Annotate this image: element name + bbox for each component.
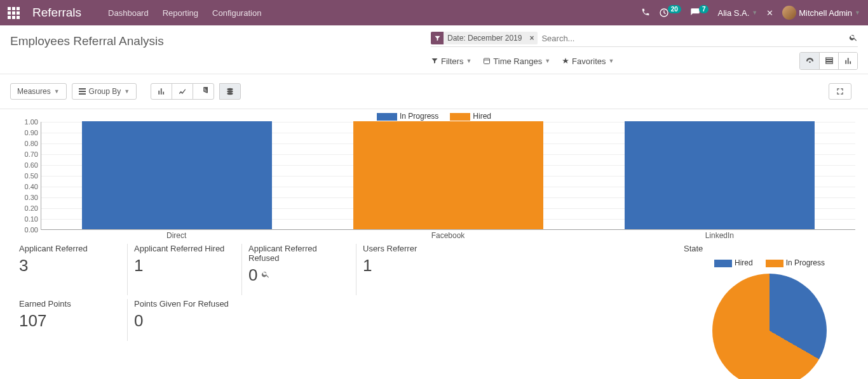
chevron-down-icon: ▼ xyxy=(609,58,614,64)
kpi-points-refused: Points Given For Refused 0 xyxy=(127,299,241,341)
search-tools: Filters ▼ Time Ranges ▼ Favorites ▼ xyxy=(431,52,858,70)
facet-label: Date: December 2019 xyxy=(444,34,526,43)
search-area: Date: December 2019 × Filters ▼ Time Ran… xyxy=(431,32,858,70)
kpi-label: Applicant Referred xyxy=(19,244,121,253)
x-label: LinkedIn xyxy=(584,231,855,240)
svg-point-3 xyxy=(227,88,233,91)
topbar-right: 20 7 Alia S.A. ▼ ✕ Mitchell Admin ▼ xyxy=(641,6,860,20)
avatar xyxy=(782,6,796,20)
bar-direct-in-progress xyxy=(82,121,272,229)
close-icon[interactable]: ✕ xyxy=(766,8,773,18)
chevron-down-icon: ▼ xyxy=(752,10,757,16)
kpi-value: 1 xyxy=(134,256,235,276)
pie-legend-hired: Hired xyxy=(714,258,753,267)
kpi-value: 0 xyxy=(248,265,349,285)
measures-label: Measures xyxy=(17,87,51,96)
company-name: Alia S.A. xyxy=(717,8,749,18)
phone-icon[interactable] xyxy=(641,8,650,18)
favorites-label: Favorites xyxy=(572,57,606,66)
kpi-label: Applicant Referred Hired xyxy=(134,244,235,253)
pie-legend-in-progress: In Progress xyxy=(766,258,825,267)
bar-linkedin-in-progress xyxy=(625,121,815,229)
activity-icon[interactable]: 20 xyxy=(659,8,681,18)
view-dashboard[interactable] xyxy=(800,53,819,69)
svg-point-2 xyxy=(809,61,811,63)
group-by-button[interactable]: Group By ▼ xyxy=(72,83,137,100)
kpi-earned-points: Earned Points 107 xyxy=(13,299,127,341)
time-ranges-dropdown[interactable]: Time Ranges ▼ xyxy=(483,57,550,66)
svg-point-4 xyxy=(227,90,233,93)
favorites-dropdown[interactable]: Favorites ▼ xyxy=(562,57,614,66)
facet-remove[interactable]: × xyxy=(526,34,538,43)
kpi-users-referrer: Users Referrer 1 xyxy=(356,244,470,295)
kpi-value: 3 xyxy=(19,256,121,276)
view-pivot[interactable] xyxy=(819,53,838,69)
kpi-section: Applicant Referred 3 Applicant Referred … xyxy=(13,244,855,379)
top-bar: Referrals Dashboard Reporting Configurat… xyxy=(0,0,868,25)
dashboard-content[interactable]: In Progress Hired 0.000.100.200.300.400.… xyxy=(0,109,868,379)
legend-hired: Hired xyxy=(450,112,491,121)
chart-type-group xyxy=(151,83,214,100)
kpi-label: Applicant Referred Refused xyxy=(248,244,349,263)
hamburger-icon xyxy=(79,88,86,95)
messages-icon[interactable]: 7 xyxy=(690,8,709,18)
page-title: Employees Referral Analysis xyxy=(10,32,164,48)
chevron-down-icon: ▼ xyxy=(54,88,60,95)
kpi-drilldown-icon[interactable] xyxy=(261,270,270,281)
nav-configuration[interactable]: Configuration xyxy=(212,8,261,18)
kpi-label: Points Given For Refused xyxy=(134,299,235,309)
activity-badge: 20 xyxy=(668,5,681,13)
kpi-applicant-referred-hired: Applicant Referred Hired 1 xyxy=(127,244,241,295)
search-input[interactable] xyxy=(538,32,849,44)
state-title: State xyxy=(684,244,855,253)
nav-links: Dashboard Reporting Configuration xyxy=(108,8,261,18)
kpi-label: Users Referrer xyxy=(363,244,464,253)
pie-legend: Hired In Progress xyxy=(684,258,855,267)
svg-rect-1 xyxy=(484,58,490,64)
chart-legend: In Progress Hired xyxy=(13,112,855,121)
view-graph[interactable] xyxy=(838,53,857,69)
chevron-down-icon: ▼ xyxy=(124,88,130,95)
kpi-value: 107 xyxy=(19,311,121,331)
filters-dropdown[interactable]: Filters ▼ xyxy=(431,57,471,66)
kpi-value: 0 xyxy=(134,311,235,331)
chart-bar-button[interactable] xyxy=(151,83,172,100)
chevron-down-icon: ▼ xyxy=(855,10,860,16)
kpi-value: 1 xyxy=(363,256,464,276)
messages-badge: 7 xyxy=(699,5,709,13)
chart-pie-button[interactable] xyxy=(193,83,214,100)
nav-dashboard[interactable]: Dashboard xyxy=(108,8,149,18)
search-row: Date: December 2019 × xyxy=(431,32,858,47)
filters-label: Filters xyxy=(441,57,463,66)
control-bar: Employees Referral Analysis Date: Decemb… xyxy=(0,25,868,70)
x-label: Facebook xyxy=(312,231,583,240)
legend-in-progress: In Progress xyxy=(377,112,438,121)
kpi-applicant-referred: Applicant Referred 3 xyxy=(13,244,127,295)
bar-chart: 0.000.100.200.300.400.500.600.700.800.90… xyxy=(13,122,855,240)
svg-point-5 xyxy=(227,93,233,95)
user-name: Mitchell Admin xyxy=(799,8,852,18)
apps-icon[interactable] xyxy=(8,7,20,19)
chevron-down-icon: ▼ xyxy=(545,58,550,64)
pie-chart xyxy=(712,274,827,379)
user-menu[interactable]: Mitchell Admin ▼ xyxy=(782,6,860,20)
nav-reporting[interactable]: Reporting xyxy=(163,8,198,18)
search-facet-date: Date: December 2019 × xyxy=(431,32,538,44)
x-label: Direct xyxy=(41,231,312,240)
kpi-label: Earned Points xyxy=(19,299,121,309)
bar-facebook-hired xyxy=(353,121,543,229)
chart-stacked-button[interactable] xyxy=(219,83,241,100)
graph-toolbar: Measures ▼ Group By ▼ xyxy=(0,74,868,109)
state-chart: State Hired In Progress xyxy=(677,244,855,379)
measures-button[interactable]: Measures ▼ xyxy=(10,83,67,100)
chart-line-button[interactable] xyxy=(172,83,193,100)
kpi-applicant-referred-refused: Applicant Referred Refused 0 xyxy=(241,244,356,295)
time-ranges-label: Time Ranges xyxy=(493,57,542,66)
search-icon[interactable] xyxy=(849,33,858,44)
chart-mode-group xyxy=(219,83,241,100)
app-brand[interactable]: Referrals xyxy=(32,6,81,20)
chevron-down-icon: ▼ xyxy=(466,58,471,64)
filter-icon xyxy=(431,32,444,44)
fullscreen-button[interactable] xyxy=(829,83,851,100)
company-switcher[interactable]: Alia S.A. ▼ xyxy=(717,8,757,18)
